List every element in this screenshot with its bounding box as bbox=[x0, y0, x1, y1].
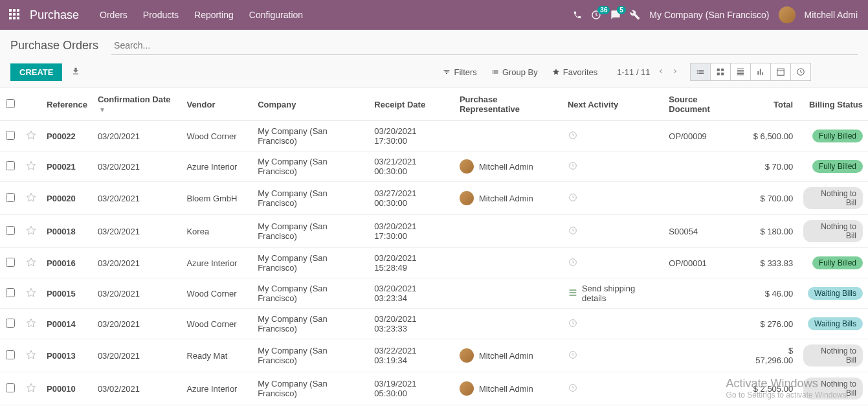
group-by-button[interactable]: Group By bbox=[491, 67, 538, 77]
cell-reference: P00018 bbox=[41, 215, 93, 248]
user-name[interactable]: Mitchell Admi bbox=[805, 10, 858, 20]
create-button[interactable]: CREATE bbox=[10, 63, 62, 81]
nav-link-orders[interactable]: Orders bbox=[92, 0, 135, 30]
search-input[interactable] bbox=[111, 36, 858, 55]
user-avatar[interactable] bbox=[779, 6, 796, 23]
view-pivot[interactable] bbox=[730, 63, 751, 81]
col-total[interactable]: Total bbox=[744, 88, 798, 121]
clock-icon[interactable] bbox=[568, 130, 578, 142]
cell-receipt: 03/22/2021 03:19:34 bbox=[369, 339, 454, 372]
cell-total: $ 276.00 bbox=[744, 309, 798, 339]
nav-link-reporting[interactable]: Reporting bbox=[186, 0, 241, 30]
select-all-checkbox[interactable] bbox=[6, 99, 15, 108]
row-checkbox[interactable] bbox=[6, 226, 15, 235]
cell-vendor: Wood Corner bbox=[181, 309, 252, 339]
row-checkbox[interactable] bbox=[6, 161, 15, 170]
col-company[interactable]: Company bbox=[252, 88, 369, 121]
col-source[interactable]: Source Document bbox=[663, 88, 744, 121]
cell-total: $ 46.00 bbox=[744, 278, 798, 309]
col-reference[interactable]: Reference bbox=[41, 88, 93, 121]
col-vendor[interactable]: Vendor bbox=[181, 88, 252, 121]
star-icon[interactable] bbox=[21, 121, 41, 152]
star-icon[interactable] bbox=[21, 215, 41, 248]
row-checkbox[interactable] bbox=[6, 288, 15, 297]
view-kanban[interactable] bbox=[710, 63, 731, 81]
table-row[interactable]: P00014 03/20/2021 Wood Corner My Company… bbox=[0, 309, 868, 339]
company-switcher[interactable]: My Company (San Francisco) bbox=[649, 10, 769, 20]
col-receipt[interactable]: Receipt Date bbox=[369, 88, 454, 121]
nav-link-configuration[interactable]: Configuration bbox=[241, 0, 311, 30]
brand[interactable]: Purchase bbox=[30, 8, 79, 22]
star-icon[interactable] bbox=[21, 278, 41, 309]
row-checkbox[interactable] bbox=[6, 350, 15, 359]
table-row[interactable]: P00015 03/20/2021 Wood Corner My Company… bbox=[0, 278, 868, 309]
col-confirmation[interactable]: Confirmation Date▼ bbox=[93, 88, 182, 121]
table-row[interactable]: P00013 03/20/2021 Ready Mat My Company (… bbox=[0, 339, 868, 372]
cell-rep bbox=[454, 278, 562, 309]
filters-button[interactable]: Filters bbox=[443, 67, 476, 77]
list-icon[interactable] bbox=[568, 288, 578, 300]
clock-icon[interactable] bbox=[568, 192, 578, 205]
table-row[interactable]: P00022 03/20/2021 Wood Corner My Company… bbox=[0, 121, 868, 152]
clock-icon[interactable] bbox=[568, 257, 578, 269]
cell-receipt: 03/20/2021 17:30:00 bbox=[369, 121, 454, 152]
clock-icon[interactable] bbox=[568, 350, 578, 362]
clock-icon[interactable] bbox=[568, 225, 578, 238]
table-row[interactable]: P00021 03/20/2021 Azure Interior My Comp… bbox=[0, 152, 868, 182]
chat-icon[interactable]: 5 bbox=[610, 10, 621, 20]
cell-confirmation: 03/20/2021 bbox=[93, 121, 182, 152]
clock-icon[interactable]: 36 bbox=[591, 10, 601, 20]
row-checkbox[interactable] bbox=[6, 193, 15, 202]
clock-icon[interactable] bbox=[568, 161, 578, 173]
star-icon[interactable] bbox=[21, 152, 41, 182]
col-rep[interactable]: Purchase Representative bbox=[454, 88, 562, 121]
pager-next[interactable] bbox=[671, 67, 679, 77]
rep-name: Mitchell Admin bbox=[479, 194, 533, 203]
cell-source bbox=[663, 278, 744, 309]
pager-text[interactable]: 1-11 / 11 bbox=[617, 67, 650, 77]
cell-reference: P00014 bbox=[41, 309, 93, 339]
cell-confirmation: 03/02/2021 bbox=[93, 372, 182, 405]
pager-prev[interactable] bbox=[657, 67, 665, 77]
rep-name: Mitchell Admin bbox=[479, 351, 533, 361]
table-row[interactable]: P00016 03/20/2021 Azure Interior My Comp… bbox=[0, 248, 868, 278]
view-calendar[interactable] bbox=[770, 63, 791, 81]
activity-text: Send shipping details bbox=[582, 284, 658, 303]
cell-rep: Mitchell Admin bbox=[454, 372, 562, 405]
svg-rect-5 bbox=[17, 13, 19, 16]
table-row[interactable]: P00018 03/20/2021 Korea My Company (San … bbox=[0, 215, 868, 248]
billing-badge: Fully Billed bbox=[812, 130, 863, 142]
view-graph[interactable] bbox=[750, 63, 771, 81]
star-icon[interactable] bbox=[21, 339, 41, 372]
tools-icon[interactable] bbox=[630, 10, 640, 20]
star-icon[interactable] bbox=[21, 182, 41, 215]
nav-link-products[interactable]: Products bbox=[135, 0, 186, 30]
col-activity[interactable]: Next Activity bbox=[562, 88, 663, 121]
star-icon[interactable] bbox=[21, 372, 41, 405]
clock-icon[interactable] bbox=[568, 318, 578, 330]
row-checkbox[interactable] bbox=[6, 383, 15, 392]
view-activity[interactable] bbox=[790, 63, 811, 81]
row-checkbox[interactable] bbox=[6, 131, 15, 140]
favorites-button[interactable]: Favorites bbox=[552, 67, 597, 77]
col-billing[interactable]: Billing Status bbox=[798, 88, 868, 121]
clock-icon[interactable] bbox=[568, 383, 578, 395]
svg-rect-6 bbox=[9, 17, 12, 19]
phone-icon[interactable] bbox=[573, 10, 582, 19]
cell-reference: P00015 bbox=[41, 278, 93, 309]
star-icon[interactable] bbox=[21, 309, 41, 339]
cell-vendor: Korea bbox=[181, 215, 252, 248]
cell-company: My Company (San Francisco) bbox=[252, 182, 369, 215]
apps-icon[interactable] bbox=[5, 9, 23, 21]
cell-source bbox=[663, 339, 744, 372]
cell-activity bbox=[562, 372, 663, 405]
row-checkbox[interactable] bbox=[6, 258, 15, 267]
cell-company: My Company (San Francisco) bbox=[252, 121, 369, 152]
import-icon[interactable] bbox=[71, 67, 80, 78]
table-row[interactable]: P00020 03/20/2021 Bloem GmbH My Company … bbox=[0, 182, 868, 215]
star-icon[interactable] bbox=[21, 248, 41, 278]
cell-receipt: 03/19/2021 05:30:00 bbox=[369, 372, 454, 405]
view-list[interactable] bbox=[690, 63, 711, 81]
cell-vendor: Azure Interior bbox=[181, 248, 252, 278]
row-checkbox[interactable] bbox=[6, 319, 15, 328]
